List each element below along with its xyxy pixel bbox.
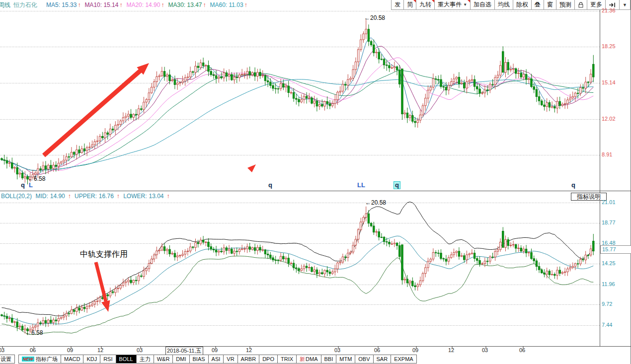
tab-zhuli[interactable]: 主力 <box>136 355 154 364</box>
tab-expma[interactable]: EXPMA <box>391 355 417 364</box>
candle-body <box>533 259 535 261</box>
toolbar-button-ex-rights[interactable]: 除权 <box>513 0 531 9</box>
candle-body <box>158 76 160 77</box>
candle-body <box>303 266 305 269</box>
candle-body <box>567 269 568 272</box>
candle-body <box>99 297 100 301</box>
candle-body <box>331 104 333 106</box>
toolbar-button-jian[interactable]: 简 <box>403 0 416 9</box>
event-marker-q[interactable]: q <box>394 181 400 189</box>
bottom-y-tick: 14.25 <box>602 260 630 266</box>
toolbar-button-forecast[interactable]: 预测 <box>556 0 574 9</box>
candle-body <box>365 29 367 34</box>
candle-body <box>11 318 13 322</box>
support-arrow-head <box>101 300 110 312</box>
candle-body <box>83 307 85 309</box>
candle-body <box>280 84 281 89</box>
candle-body <box>251 73 253 75</box>
candle-body <box>246 72 248 74</box>
candle-body <box>257 72 258 76</box>
candle-body <box>254 73 255 76</box>
ma30-line <box>2 70 594 170</box>
candle-body <box>438 79 439 80</box>
tab-indicator-plaza[interactable]: NEW指标广场 <box>18 355 61 364</box>
candle-body <box>143 102 145 110</box>
candle-body <box>541 270 543 273</box>
tab-macd[interactable]: MACD <box>61 355 83 364</box>
candle-body <box>11 163 13 168</box>
candle-body <box>453 79 455 82</box>
event-marker-l[interactable]: L <box>29 182 33 189</box>
tab-asi[interactable]: ASI <box>208 355 224 364</box>
candle-body <box>422 274 423 281</box>
event-marker-ll[interactable]: LL <box>357 182 365 189</box>
tab-bbi[interactable]: BBI <box>321 355 337 364</box>
toolbar-button-fa[interactable]: 发 <box>391 0 403 9</box>
tab-dma[interactable]: 新DMA <box>296 355 321 364</box>
candle-body <box>125 116 126 118</box>
candle-body <box>45 166 46 169</box>
tab-mtm[interactable]: MTM <box>336 355 355 364</box>
candle-body <box>544 105 545 106</box>
candle-body <box>102 137 103 138</box>
candle-body <box>277 260 279 261</box>
candle-body <box>200 63 201 68</box>
candle-body <box>19 326 20 327</box>
candle-body <box>567 100 568 104</box>
candle-body <box>383 59 385 65</box>
candle-body <box>45 320 46 323</box>
tab-wr[interactable]: W&R <box>154 355 173 364</box>
candle-body <box>275 88 276 89</box>
candle-body <box>197 243 199 244</box>
candle-body <box>40 323 41 323</box>
tab-kdj[interactable]: KDJ <box>83 355 100 364</box>
candle-body <box>298 269 300 271</box>
candle-body <box>492 84 493 85</box>
toolbar-button-overlay[interactable]: 叠 <box>531 0 544 9</box>
candle-body <box>107 294 108 296</box>
tab-sar[interactable]: SAR <box>373 355 392 364</box>
candle-body <box>228 74 230 76</box>
tab-boll[interactable]: BOLL <box>116 355 137 364</box>
tab-rsi[interactable]: RSI <box>100 355 116 364</box>
tab-settings[interactable]: 设置 <box>0 355 15 364</box>
candle-body <box>236 77 237 77</box>
candle-body <box>466 81 468 88</box>
candle-body <box>396 243 397 245</box>
tab-dpo[interactable]: DPO <box>259 355 278 364</box>
candle-body <box>417 120 418 123</box>
tab-obv[interactable]: OBV <box>355 355 373 364</box>
up-arrow-icon: ↑ <box>161 1 164 8</box>
toolbar-button-window[interactable]: 窗 <box>544 0 556 9</box>
toolbar-button-ma-toggle[interactable]: 均线 <box>494 0 513 9</box>
event-marker-q[interactable]: q <box>571 182 575 189</box>
toolbar-button-lock[interactable] <box>574 0 587 9</box>
candle-body <box>213 74 214 75</box>
indicator-name: BOLL(20,2) <box>1 193 32 200</box>
candle-body <box>430 259 431 261</box>
candle-body <box>249 247 250 249</box>
event-marker-q[interactable]: q <box>268 182 272 189</box>
tab-bias[interactable]: BIAS <box>189 355 209 364</box>
toolbar-button-add-watchlist[interactable]: 加自选 <box>470 0 494 9</box>
toolbar-button-major-events[interactable]: 重大事件▼ <box>434 0 470 9</box>
toolbar-button-nine-turn[interactable]: 九转 <box>416 0 434 9</box>
candle-body <box>262 75 263 76</box>
candle-body <box>42 320 44 323</box>
candle-body <box>301 100 302 102</box>
candle-body <box>151 87 152 92</box>
tab-arbr[interactable]: ARBR <box>237 355 260 364</box>
tab-vr[interactable]: VR <box>223 355 237 364</box>
candle-body <box>104 133 106 138</box>
candle-body <box>154 81 155 87</box>
candle-body <box>50 320 52 323</box>
top-peak-annotation: ←20.58 <box>364 14 385 21</box>
tab-trix[interactable]: TRIX <box>277 355 297 364</box>
candle-body <box>205 66 207 66</box>
tab-dmi[interactable]: DMI <box>172 355 189 364</box>
candle-body <box>66 157 67 160</box>
boll-upper-label: UPPER: <box>75 193 97 200</box>
candle-body <box>489 84 491 90</box>
event-marker-q[interactable]: q <box>21 182 25 189</box>
candle-body <box>16 167 18 174</box>
